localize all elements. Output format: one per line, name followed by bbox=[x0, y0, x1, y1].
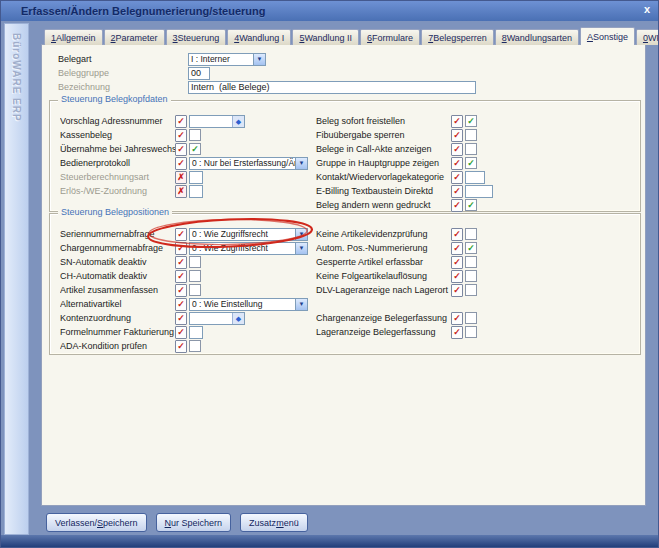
flag-check-icon[interactable]: ✓ bbox=[175, 340, 187, 353]
window-title: Erfassen/Ändern Belegnumerierung/steueru… bbox=[21, 5, 266, 17]
field-label: CH-Automatik deaktiv bbox=[60, 271, 175, 281]
flag-x-icon[interactable]: ✗ bbox=[175, 185, 187, 198]
chevron-down-icon[interactable]: ▼ bbox=[295, 158, 307, 169]
text-field[interactable] bbox=[189, 326, 203, 339]
lookup-field[interactable]: ◆ bbox=[189, 312, 245, 325]
form-row: CH-Automatik deaktiv✓ bbox=[60, 269, 316, 283]
close-icon[interactable]: x bbox=[644, 3, 650, 15]
flag-check-icon[interactable]: ✓ bbox=[451, 270, 463, 283]
lookup-diamond-icon[interactable]: ◆ bbox=[232, 116, 244, 127]
flag-check-icon[interactable]: ✓ bbox=[451, 129, 463, 142]
flag-check-icon[interactable]: ✓ bbox=[175, 228, 187, 241]
tab-formulare[interactable]: 6 Formulare bbox=[360, 29, 420, 45]
flag-check-icon[interactable]: ✓ bbox=[451, 242, 463, 255]
text-field[interactable] bbox=[465, 185, 493, 198]
dropdown[interactable]: 0 : Wie Zugriffsrecht▼ bbox=[189, 228, 308, 241]
nur-speichern-button[interactable]: Nur Speichern bbox=[156, 513, 232, 532]
tab-wfl-tb[interactable]: 0 WFL/TB bbox=[636, 29, 659, 45]
tab-allgemein[interactable]: 1 Allgemein bbox=[44, 29, 103, 45]
flag-check-icon[interactable]: ✓ bbox=[451, 326, 463, 339]
text-field[interactable] bbox=[465, 171, 485, 184]
chevron-down-icon[interactable]: ▼ bbox=[295, 299, 307, 310]
dropdown[interactable]: 0 : Wie Einstellung▼ bbox=[189, 298, 308, 311]
flag-check-icon[interactable]: ✓ bbox=[451, 199, 463, 212]
tab-wandlung-1[interactable]: 4 Wandlung I bbox=[227, 29, 291, 45]
flag-check-icon[interactable]: ✓ bbox=[451, 284, 463, 297]
flag-check-icon[interactable]: ✓ bbox=[175, 157, 187, 170]
form-row: Fibuübergabe sperren✓ bbox=[316, 128, 636, 142]
checkbox[interactable] bbox=[465, 228, 477, 240]
zusatzmenu-button[interactable]: Zusatzmenü bbox=[240, 513, 308, 532]
flag-check-icon[interactable]: ✓ bbox=[175, 312, 187, 325]
flag-check-icon[interactable]: ✓ bbox=[175, 256, 187, 269]
checkbox[interactable]: ✓ bbox=[465, 157, 477, 169]
form-row: SN-Automatik deaktiv✓ bbox=[60, 255, 316, 269]
checkbox[interactable] bbox=[465, 270, 477, 282]
flag-check-icon[interactable]: ✓ bbox=[175, 129, 187, 142]
tab-belegsperren[interactable]: 7 Belegsperren bbox=[421, 29, 494, 45]
lookup-field[interactable]: ◆ bbox=[189, 115, 245, 128]
checkbox[interactable] bbox=[189, 129, 201, 141]
checkbox[interactable]: ✓ bbox=[189, 143, 201, 155]
checkbox[interactable] bbox=[465, 129, 477, 141]
tab-wandlung-2[interactable]: 5 Wandlung II bbox=[292, 29, 359, 45]
checkbox[interactable] bbox=[189, 284, 201, 296]
beleggruppe-field[interactable]: 00 bbox=[188, 67, 210, 80]
checkbox[interactable] bbox=[189, 256, 201, 268]
dropdown[interactable]: 0 : Nur bei Ersterfassung/Änderung▼ bbox=[189, 157, 308, 170]
text-field[interactable] bbox=[189, 185, 203, 198]
checkbox[interactable] bbox=[465, 326, 477, 338]
field-label: Belege in Call-Akte anzeigen bbox=[316, 144, 451, 154]
flag-check-icon[interactable]: ✓ bbox=[451, 228, 463, 241]
flag-check-icon[interactable]: ✓ bbox=[451, 157, 463, 170]
tab-wandlungsarten[interactable]: 8 Wandlungsarten bbox=[495, 29, 579, 45]
tab-parameter[interactable]: 2 Parameter bbox=[104, 29, 165, 45]
flag-check-icon[interactable]: ✓ bbox=[451, 185, 463, 198]
bezeichnung-field[interactable]: Intern (alle Belege) bbox=[188, 81, 476, 94]
chevron-down-icon[interactable]: ▼ bbox=[295, 229, 307, 240]
dropdown-value: 0 : Wie Zugriffsrecht bbox=[190, 229, 295, 240]
flag-check-icon[interactable]: ✓ bbox=[451, 171, 463, 184]
checkbox[interactable] bbox=[465, 256, 477, 268]
dropdown[interactable]: 0 : Wie Zugriffsrecht▼ bbox=[189, 242, 308, 255]
flag-check-icon[interactable]: ✓ bbox=[175, 326, 187, 339]
checkbox[interactable] bbox=[189, 270, 201, 282]
flag-check-icon[interactable]: ✓ bbox=[451, 143, 463, 156]
flag-check-icon[interactable]: ✓ bbox=[451, 115, 463, 128]
flag-check-icon[interactable]: ✓ bbox=[175, 270, 187, 283]
belegart-dropdown[interactable]: I : Interner ▼ bbox=[188, 53, 266, 66]
tab-steuerung[interactable]: 3 Steuerung bbox=[166, 29, 227, 45]
flag-check-icon[interactable]: ✓ bbox=[175, 298, 187, 311]
field-label: Kontakt/Wiedervorlagekategorie bbox=[316, 172, 451, 182]
field-label: Chargennummernabfrage bbox=[60, 243, 175, 253]
flag-check-icon[interactable]: ✓ bbox=[175, 143, 187, 156]
dropdown-value: 0 : Wie Zugriffsrecht bbox=[190, 243, 295, 254]
lookup-diamond-icon[interactable]: ◆ bbox=[232, 313, 244, 324]
form-row: Kassenbeleg✓ bbox=[60, 128, 316, 142]
chevron-down-icon[interactable]: ▼ bbox=[253, 54, 265, 65]
field-label: E-Billing Textbaustein Direktd bbox=[316, 186, 451, 196]
belegart-value: I : Interner bbox=[189, 54, 253, 65]
flag-x-icon[interactable]: ✗ bbox=[175, 171, 187, 184]
checkbox[interactable]: ✓ bbox=[465, 199, 477, 211]
checkbox[interactable] bbox=[465, 143, 477, 155]
flag-check-icon[interactable]: ✓ bbox=[451, 256, 463, 269]
flag-check-icon[interactable]: ✓ bbox=[175, 115, 187, 128]
field-label: Autom. Pos.-Nummerierung bbox=[316, 243, 451, 253]
form-row: Chargenanzeige Belegerfassung✓ bbox=[316, 311, 636, 325]
group2-left-column: Seriennummernabfrage✓0 : Wie Zugriffsrec… bbox=[60, 227, 316, 353]
sidebar-strip: BüroWARE ERP bbox=[4, 23, 29, 535]
tab-sonstige[interactable]: A Sonstige bbox=[580, 27, 635, 45]
verlassen-speichern-button[interactable]: Verlassen/Speichern bbox=[46, 513, 147, 532]
chevron-down-icon[interactable]: ▼ bbox=[295, 243, 307, 254]
flag-check-icon[interactable]: ✓ bbox=[175, 284, 187, 297]
dropdown-value: 0 : Nur bei Ersterfassung/Änderung bbox=[190, 158, 295, 169]
flag-check-icon[interactable]: ✓ bbox=[451, 312, 463, 325]
checkbox[interactable]: ✓ bbox=[465, 115, 477, 127]
checkbox[interactable]: ✓ bbox=[465, 242, 477, 254]
checkbox[interactable] bbox=[465, 284, 477, 296]
checkbox[interactable] bbox=[189, 340, 201, 352]
checkbox[interactable] bbox=[465, 312, 477, 324]
flag-check-icon[interactable]: ✓ bbox=[175, 242, 187, 255]
text-field[interactable] bbox=[189, 171, 203, 184]
